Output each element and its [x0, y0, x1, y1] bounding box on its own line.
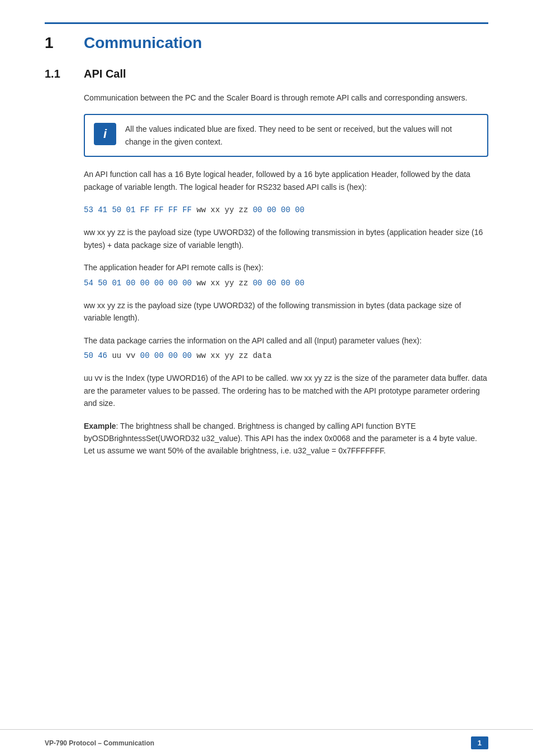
app-header-code-blue1: 54 50 01 00 00 00 00 00 — [84, 279, 192, 288]
example-label: Example — [84, 422, 116, 430]
logical-header-code-black1: ww xx yy zz — [192, 205, 253, 214]
chapter-header: 1 Communication — [45, 22, 488, 52]
data-package-desc: The data package carries the information… — [84, 334, 488, 347]
payload-desc2: ww xx yy zz is the payload size (type UW… — [84, 299, 488, 324]
payload-desc1: ww xx yy zz is the payload size (type UW… — [84, 226, 488, 251]
section-number: 1.1 — [45, 68, 84, 80]
content-block: Communication between the PC and the Sca… — [84, 92, 488, 457]
section-header: 1.1 API Call — [45, 68, 488, 80]
footer-page-number: 1 — [471, 736, 488, 749]
index-desc: uu vv is the Index (type UWORD16) of the… — [84, 372, 488, 409]
app-header-code-black1: ww xx yy zz — [192, 279, 253, 288]
data-package-code-blue2: 00 00 00 00 — [140, 351, 192, 360]
intro-paragraph: Communication between the PC and the Sca… — [84, 92, 488, 104]
chapter-number: 1 — [45, 34, 84, 52]
data-package-code: 50 46 uu vv 00 00 00 00 ww xx yy zz data — [84, 349, 488, 362]
section-title: API Call — [84, 68, 126, 80]
logical-header-code-blue1: 53 41 50 01 FF FF FF FF — [84, 205, 192, 214]
app-header-code-blue2: 00 00 00 00 — [253, 279, 304, 288]
app-header-desc: The application header for API remote ca… — [84, 261, 488, 274]
footer-left-text: VP-790 Protocol – Communication — [45, 739, 154, 747]
app-header-code: 54 50 01 00 00 00 00 00 ww xx yy zz 00 0… — [84, 276, 488, 289]
logical-header-desc: An API function call has a 16 Byte logic… — [84, 168, 488, 193]
info-box: i All the values indicated blue are fixe… — [84, 114, 488, 157]
logical-header-code-blue2: 00 00 00 00 — [253, 205, 304, 214]
info-icon: i — [94, 123, 116, 145]
main-content: 1 Communication 1.1 API Call Communicati… — [0, 0, 533, 729]
chapter-title: Communication — [84, 34, 202, 52]
example-paragraph: Example: The brightness shall be changed… — [84, 420, 488, 457]
logical-header-code: 53 41 50 01 FF FF FF FF ww xx yy zz 00 0… — [84, 203, 488, 216]
info-text: All the values indicated blue are fixed.… — [125, 123, 478, 148]
footer: VP-790 Protocol – Communication 1 — [0, 729, 533, 756]
data-package-code-black2: ww xx yy zz data — [192, 351, 272, 360]
data-package-code-blue1: 50 46 — [84, 351, 107, 360]
data-package-code-black1: uu vv — [107, 351, 140, 360]
info-icon-letter: i — [103, 127, 107, 141]
page: 1 Communication 1.1 API Call Communicati… — [0, 0, 533, 756]
example-desc: : The brightness shall be changed. Brigh… — [84, 422, 477, 456]
